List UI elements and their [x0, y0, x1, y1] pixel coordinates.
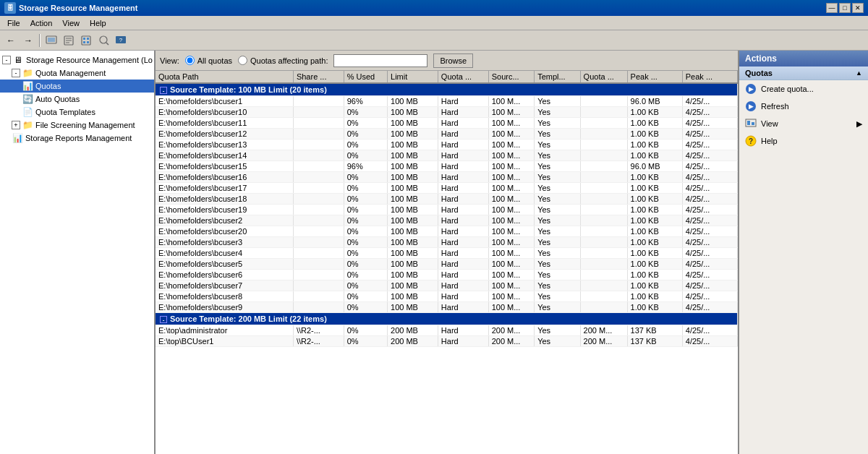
table-row[interactable]: E:\homefolders\bcuser60%100 MBHard100 M.…	[156, 270, 738, 280]
col-peak1[interactable]: Peak ...	[627, 71, 682, 83]
radio-all-quotas-input[interactable]	[185, 56, 195, 65]
table-row[interactable]: E:\homefolders\bcuser50%100 MBHard100 M.…	[156, 259, 738, 270]
action-help[interactable]: ? Help	[739, 132, 868, 150]
quota-table-container[interactable]: Quota Path Share ... % Used Limit Quota …	[156, 71, 738, 454]
tree-expander-file-screening[interactable]: +	[12, 121, 20, 129]
group-header-row-1[interactable]: -Source Template: 200 MB Limit (22 items…	[156, 313, 738, 325]
table-cell: \\R2-...	[293, 336, 344, 347]
table-cell	[293, 205, 344, 215]
table-cell: 100 MB	[388, 161, 438, 172]
radio-quotas-path[interactable]: Quotas affecting path:	[238, 56, 328, 65]
create-quota-icon: ▶	[745, 83, 757, 95]
tree-item-quota-mgmt[interactable]: - 📁 Quota Management	[0, 67, 154, 80]
table-row[interactable]: E:\homefolders\bcuser110%100 MBHard100 M…	[156, 118, 738, 129]
table-cell: 4/25/...	[682, 237, 737, 248]
view-submenu-arrow: ▶	[856, 119, 862, 129]
menu-action[interactable]: Action	[26, 17, 57, 29]
table-cell	[580, 259, 627, 270]
table-cell: E:\homefolders\bcuser1	[156, 96, 293, 107]
table-cell: E:\homefolders\bcuser4	[156, 248, 293, 259]
table-row[interactable]: E:\homefolders\bcuser120%100 MBHard100 M…	[156, 129, 738, 140]
table-cell: Yes	[535, 226, 580, 237]
back-button[interactable]: ←	[3, 33, 19, 48]
table-row[interactable]: E:\homefolders\bcuser70%100 MBHard100 M.…	[156, 280, 738, 291]
tree-item-storage-reports[interactable]: 📊 Storage Reports Management	[0, 132, 154, 145]
table-cell	[580, 270, 627, 280]
toolbar-btn-4[interactable]	[95, 33, 111, 48]
forward-button[interactable]: →	[20, 33, 36, 48]
radio-quotas-path-input[interactable]	[238, 56, 247, 65]
table-cell	[580, 150, 627, 161]
tree-expander-quota-mgmt[interactable]: -	[12, 69, 20, 77]
tree-item-quota-templates[interactable]: 📄 Quota Templates	[0, 106, 154, 119]
table-row[interactable]: E:\homefolders\bcuser160%100 MBHard100 M…	[156, 172, 738, 183]
tree-item-file-screening[interactable]: + 📁 File Screening Management	[0, 119, 154, 132]
table-cell: Hard	[438, 118, 488, 129]
col-template[interactable]: Templ...	[535, 71, 580, 83]
toolbar-btn-5[interactable]: ?	[113, 33, 129, 48]
action-refresh[interactable]: ▶ Refresh	[739, 98, 868, 115]
menu-help[interactable]: Help	[85, 17, 111, 29]
col-quota-path[interactable]: Quota Path	[156, 71, 293, 83]
group-header-row-0[interactable]: -Source Template: 100 MB Limit (20 items…	[156, 83, 738, 96]
table-row[interactable]: E:\homefolders\bcuser20%100 MBHard100 M.…	[156, 215, 738, 226]
tree-expander-root[interactable]: -	[2, 56, 11, 64]
table-row[interactable]: E:\homefolders\bcuser190%100 MBHard100 M…	[156, 205, 738, 215]
table-cell: 100 MB	[388, 194, 438, 205]
table-cell: Hard	[438, 96, 488, 107]
col-limit[interactable]: Limit	[388, 71, 438, 83]
col-quota-type[interactable]: Quota ...	[438, 71, 488, 83]
table-row[interactable]: E:\homefolders\bcuser100%100 MBHard100 M…	[156, 107, 738, 118]
table-row[interactable]: E:\homefolders\bcuser130%100 MBHard100 M…	[156, 140, 738, 150]
table-row[interactable]: E:\homefolders\bcuser90%100 MBHard100 M.…	[156, 302, 738, 313]
table-row[interactable]: E:\homefolders\bcuser180%100 MBHard100 M…	[156, 194, 738, 205]
toolbar: ← → ?	[0, 30, 868, 51]
col-peak2[interactable]: Peak ...	[682, 71, 737, 83]
table-row[interactable]: E:\homefolders\bcuser40%100 MBHard100 M.…	[156, 248, 738, 259]
table-cell: 0%	[344, 248, 387, 259]
table-cell	[293, 150, 344, 161]
table-row[interactable]: E:\homefolders\bcuser196%100 MBHard100 M…	[156, 96, 738, 107]
tree-item-root[interactable]: - 🖥 Storage Resource Management (Lo	[0, 53, 154, 67]
table-cell: 1.00 KB	[627, 150, 682, 161]
col-quota2[interactable]: Quota ...	[580, 71, 627, 83]
minimize-button[interactable]: —	[826, 3, 838, 13]
col-pct-used[interactable]: % Used	[344, 71, 387, 83]
table-row[interactable]: E:\homefolders\bcuser30%100 MBHard100 M.…	[156, 237, 738, 248]
table-cell: 100 MB	[388, 248, 438, 259]
quota-path-input[interactable]	[333, 54, 427, 67]
tree-label-quota-templates: Quota Templates	[35, 108, 95, 116]
action-view[interactable]: View ▶	[739, 115, 868, 132]
toolbar-btn-1[interactable]	[43, 33, 59, 48]
tree-item-auto-quotas[interactable]: 🔄 Auto Quotas	[0, 93, 154, 106]
action-create-quota[interactable]: ▶ Create quota...	[739, 80, 868, 98]
table-row[interactable]: E:\homefolders\bcuser170%100 MBHard100 M…	[156, 183, 738, 194]
toolbar-btn-3[interactable]	[78, 33, 94, 48]
browse-button[interactable]: Browse	[433, 53, 473, 68]
menu-file[interactable]: File	[3, 17, 25, 29]
table-row[interactable]: E:\top\administrator\\R2-...0%200 MBHard…	[156, 325, 738, 336]
radio-all-quotas[interactable]: All quotas	[185, 56, 232, 65]
menu-view[interactable]: View	[58, 17, 84, 29]
table-cell: 1.00 KB	[627, 118, 682, 129]
table-row[interactable]: E:\homefolders\bcuser140%100 MBHard100 M…	[156, 150, 738, 161]
table-cell	[293, 259, 344, 270]
table-row[interactable]: E:\homefolders\bcuser80%100 MBHard100 M.…	[156, 291, 738, 302]
table-row[interactable]: E:\homefolders\bcuser1596%100 MBHard100 …	[156, 161, 738, 172]
table-cell: E:\homefolders\bcuser18	[156, 194, 293, 205]
table-cell: Hard	[438, 140, 488, 150]
table-cell: 96%	[344, 96, 387, 107]
table-cell: Yes	[535, 194, 580, 205]
table-row[interactable]: E:\top\BCUser1\\R2-...0%200 MBHard200 M.…	[156, 336, 738, 347]
col-source[interactable]: Sourc...	[488, 71, 534, 83]
table-cell: 4/25/...	[682, 118, 737, 129]
maximize-button[interactable]: □	[839, 3, 851, 13]
table-row[interactable]: E:\homefolders\bcuser200%100 MBHard100 M…	[156, 226, 738, 237]
close-button[interactable]: ✕	[852, 3, 864, 13]
tree-item-quotas[interactable]: 📊 Quotas	[0, 80, 154, 93]
tree-panel: - 🖥 Storage Resource Management (Lo - 📁 …	[0, 51, 156, 454]
toolbar-btn-2[interactable]	[61, 33, 77, 48]
col-share[interactable]: Share ...	[293, 71, 344, 83]
actions-section-quotas[interactable]: Quotas ▲	[739, 67, 868, 80]
table-cell	[293, 237, 344, 248]
